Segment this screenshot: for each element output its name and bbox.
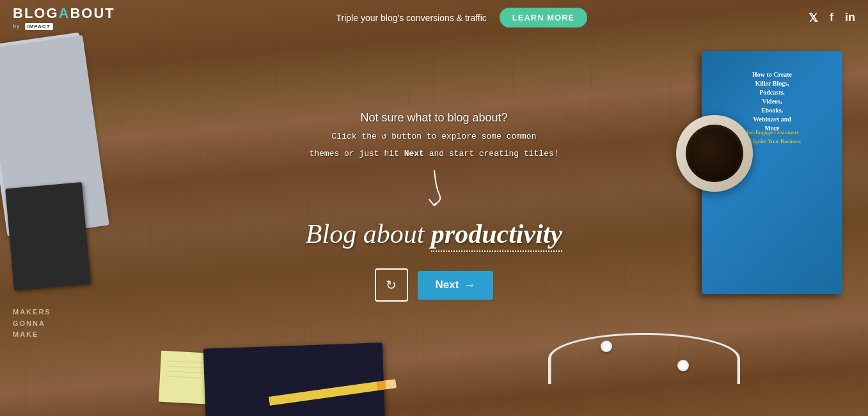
hint-line2: Click the ↺ button to explore some commo… [332,130,537,144]
hint-line3-bold: Next [404,149,424,158]
header-center: Triple your blog's conversions & traffic… [336,8,588,27]
down-arrow-svg [422,167,447,206]
logo: BLOGABOUT by IMPACT [13,5,115,30]
hint-line3-part2: and start creating titles! [429,149,559,158]
blog-about-container: Blog about productivity [306,219,562,249]
arrow-container [422,167,447,206]
linkedin-icon[interactable]: in [845,11,855,24]
header-social: 𝕏 f in [809,11,855,25]
logo-text: BLOGABOUT [13,5,115,22]
buttons-container: ↻ Next → [375,268,494,302]
twitter-icon[interactable]: 𝕏 [809,11,818,25]
header: BLOGABOUT by IMPACT Triple your blog's c… [0,0,868,35]
blog-about-text: Blog about productivity [306,219,562,252]
hint-line1: Not sure what to blog about? [360,111,507,125]
main-content: Not sure what to blog about? Click the ↺… [0,35,868,416]
blog-about-keyword: productivity [431,219,562,252]
refresh-icon: ↻ [386,277,397,293]
next-button[interactable]: Next → [418,271,494,300]
hint-line3-part1: themes or just hit [309,149,398,158]
refresh-button[interactable]: ↻ [375,268,408,302]
next-label: Next [436,279,459,291]
refresh-hint-icon: ↺ [382,132,392,141]
blog-about-prefix: Blog about [306,219,431,249]
facebook-icon[interactable]: f [830,11,833,24]
hint-line2-part2: button to explore some common [391,132,536,141]
logo-by: by IMPACT [13,23,53,30]
learn-more-button[interactable]: LEARN MORE [500,8,587,27]
next-arrow: → [464,279,475,292]
hint-line2-part1: Click the [332,132,377,141]
header-tagline: Triple your blog's conversions & traffic [336,13,487,23]
hint-line3: themes or just hit Next and start creati… [309,147,558,161]
